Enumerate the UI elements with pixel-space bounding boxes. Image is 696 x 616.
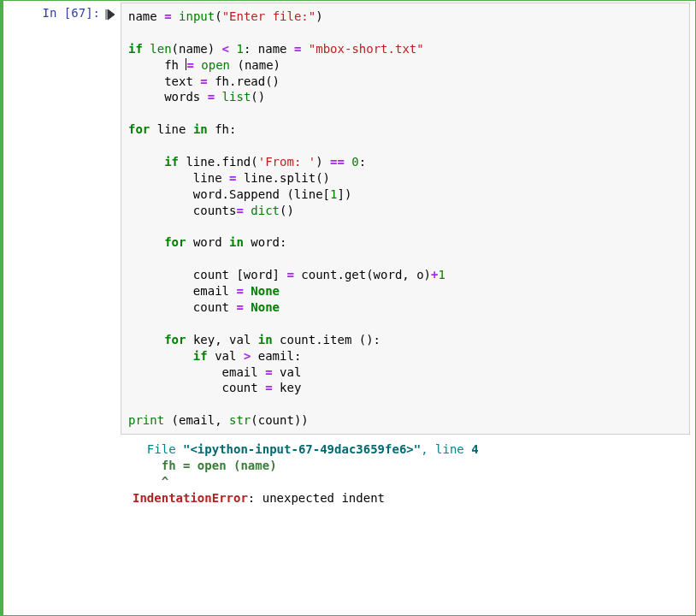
code-input-area[interactable]: name = input("Enter file:") if len(name)… <box>121 3 690 435</box>
code-cell: In [67]: name = input("Enter file:") if … <box>0 0 696 616</box>
prompt-area: In [67]: <box>3 1 119 21</box>
input-row: In [67]: name = input("Enter file:") if … <box>3 1 695 436</box>
output-row: File "<ipython-input-67-49dac3659fe6>", … <box>3 436 695 506</box>
traceback: File "<ipython-input-67-49dac3659fe6>", … <box>133 441 688 506</box>
execution-prompt: In [67]: <box>43 6 100 20</box>
output-area: File "<ipython-input-67-49dac3659fe6>", … <box>119 436 695 506</box>
run-cell-icon[interactable] <box>105 9 115 21</box>
code-content[interactable]: name = input("Enter file:") if len(name)… <box>128 9 682 429</box>
output-gutter <box>3 436 119 506</box>
